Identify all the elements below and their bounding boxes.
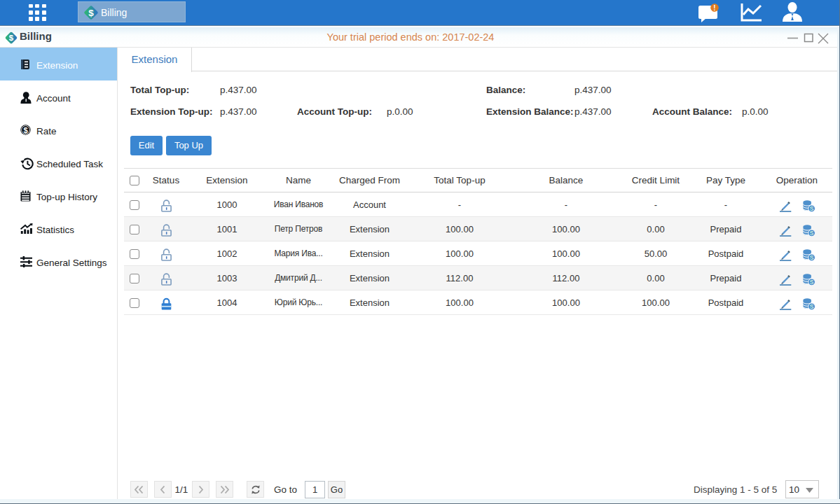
svg-text:S: S [809,303,813,310]
svg-text:S: S [809,254,813,261]
svg-text:S: S [809,205,813,212]
svg-text:$: $ [88,8,94,18]
svg-text:!: ! [713,4,715,12]
svg-text:$: $ [23,126,27,134]
svg-text:S: S [809,230,813,237]
svg-text:S: S [809,279,813,286]
